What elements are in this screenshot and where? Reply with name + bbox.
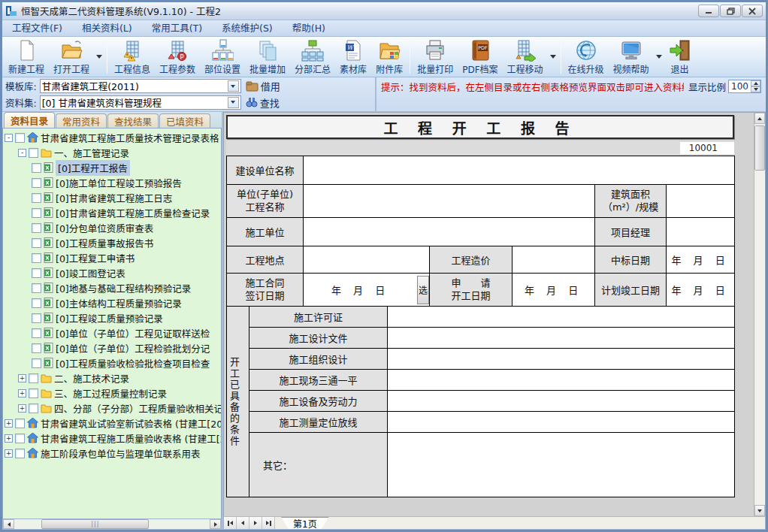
dataset-select[interactable]: [0] 甘肃省建筑资料管理规程 <box>40 95 241 110</box>
expand-icon[interactable]: + <box>18 404 26 413</box>
chevron-down-icon[interactable] <box>228 80 239 92</box>
checkbox[interactable] <box>32 193 41 203</box>
tree-item[interactable]: + 三、施工过程质量控制记录 <box>5 385 221 401</box>
collapse-icon[interactable]: - <box>5 134 13 142</box>
tree-item[interactable]: [0]工程复工申请书 <box>5 250 221 265</box>
close-button[interactable] <box>742 5 763 17</box>
condition-value-cell[interactable] <box>388 349 735 370</box>
collapse-icon[interactable]: - <box>18 149 26 157</box>
checkbox[interactable] <box>32 268 41 278</box>
menu-common-tools[interactable]: 常用工具(T) <box>142 20 212 37</box>
last-page-button[interactable] <box>262 517 275 529</box>
prev-page-button[interactable] <box>237 517 249 529</box>
online-upgrade-button[interactable]: 在线升级 <box>564 38 609 76</box>
condition-value-cell[interactable] <box>388 412 735 433</box>
checkbox[interactable] <box>15 434 25 443</box>
menu-project-file[interactable]: 工程文件(F) <box>2 20 72 37</box>
attachment-library-button[interactable]: 附件库 <box>371 38 407 76</box>
condition-value-cell[interactable] <box>388 391 735 412</box>
scroll-left-icon[interactable] <box>3 519 14 529</box>
project-info-button[interactable]: 工程信息 <box>110 38 155 76</box>
tree-item[interactable]: [0]甘肃省建筑工程施工质量检查记录 <box>5 205 221 220</box>
menu-help[interactable]: 帮助(H) <box>283 20 335 37</box>
checkbox[interactable] <box>32 283 41 293</box>
checkbox[interactable] <box>32 238 41 248</box>
open-project-dropdown-icon[interactable] <box>96 55 102 59</box>
expand-icon[interactable]: + <box>5 434 13 443</box>
date-cell[interactable]: 年 月 日 <box>667 274 735 307</box>
restore-button[interactable] <box>720 5 741 17</box>
tree-item[interactable]: [0]甘肃省建筑工程施工日志 <box>5 190 221 205</box>
checkbox[interactable] <box>32 163 41 173</box>
exit-button[interactable]: 退出 <box>664 38 696 76</box>
template-library-select[interactable]: 甘肃省建筑工程(2011) <box>40 79 241 93</box>
zoom-spinner[interactable]: 100 <box>728 80 761 93</box>
minimize-button[interactable] <box>698 5 719 17</box>
tree-item[interactable]: [0]工程竣工质量预验记录 <box>5 310 221 325</box>
tree-item[interactable]: - 一、施工管理记录 <box>5 145 221 160</box>
division-summary-button[interactable]: 分部汇总 <box>290 38 335 76</box>
tree-item[interactable]: [0]竣工图登记表 <box>5 265 221 280</box>
condition-value-cell[interactable] <box>388 328 735 349</box>
tree-item[interactable]: [0]工程质量验收检验批检查项目检查 <box>5 355 221 370</box>
field-value-cell[interactable] <box>667 185 735 218</box>
spin-down-icon[interactable] <box>751 86 760 92</box>
tree-item[interactable]: [0]主体结构工程质量预验记录 <box>5 295 221 310</box>
checkbox[interactable] <box>32 298 41 308</box>
checkbox[interactable] <box>32 253 41 263</box>
borrow-button[interactable]: 借用 <box>244 79 282 93</box>
tab-data-catalog[interactable]: 资料目录 <box>4 112 55 128</box>
spin-up-icon[interactable] <box>751 80 760 86</box>
checkbox[interactable] <box>15 133 25 143</box>
chevron-down-icon[interactable] <box>228 97 239 108</box>
checkbox[interactable] <box>32 178 41 188</box>
tree-item[interactable]: [0]单位（子单位）工程见证取样送检 <box>5 325 221 340</box>
tree-item[interactable]: [0]分包单位资质审查表 <box>5 220 221 235</box>
batch-add-button[interactable]: 批量增加 <box>245 38 290 76</box>
tree-item[interactable]: + 施工阶段承包单位与监理单位联系用表 <box>5 446 221 461</box>
tab-filled-data[interactable]: 已填资料 <box>159 113 210 128</box>
tree-item[interactable]: - 甘肃省建筑工程施工质量技术管理记录表格 ( <box>5 130 221 145</box>
tab-common-data[interactable]: 常用资料 <box>56 113 107 128</box>
new-project-button[interactable]: 新建工程 <box>4 38 49 76</box>
field-value-cell[interactable] <box>667 218 735 246</box>
tree-horizontal-scrollbar[interactable]: ||| <box>2 518 222 530</box>
checkbox[interactable] <box>32 328 41 338</box>
checkbox[interactable] <box>32 223 41 233</box>
video-help-button[interactable]: 视频帮助 <box>609 38 654 76</box>
scroll-right-icon[interactable] <box>210 519 221 529</box>
search-button[interactable]: 查找 <box>244 95 281 110</box>
next-page-button[interactable] <box>249 517 262 529</box>
open-project-button[interactable]: 打开工程 <box>49 38 94 76</box>
scroll-up-icon[interactable] <box>754 113 765 124</box>
tree-item[interactable]: [0]工程质量事故报告书 <box>5 235 221 250</box>
checkbox[interactable] <box>32 208 41 218</box>
condition-value-cell[interactable] <box>388 307 735 328</box>
checkbox[interactable] <box>29 388 38 398</box>
project-move-dropdown-icon[interactable] <box>550 55 556 59</box>
checkbox[interactable] <box>29 148 38 158</box>
date-cell[interactable]: 年 月 日 选 <box>304 274 430 307</box>
first-page-button[interactable] <box>224 517 237 529</box>
scroll-down-icon[interactable] <box>754 505 765 516</box>
menu-related-data[interactable]: 相关资料(L) <box>72 20 142 37</box>
batch-print-button[interactable]: 批量打印 <box>413 38 458 76</box>
tree-item[interactable]: + 四、分部（子分部）工程质量验收相关记 <box>5 401 221 416</box>
scrollbar-thumb[interactable] <box>754 125 765 171</box>
expand-icon[interactable]: + <box>5 449 13 458</box>
condition-value-cell[interactable] <box>388 370 735 391</box>
checkbox[interactable] <box>32 313 41 323</box>
preview-vertical-scrollbar[interactable] <box>754 113 765 516</box>
tree-item[interactable]: + 甘肃省建筑工程施工质量验收表格 (甘建工[2 <box>5 431 221 446</box>
other-value-cell[interactable] <box>388 433 735 497</box>
date-cell[interactable]: 年 月 日 <box>513 274 595 307</box>
tree-item[interactable]: + 甘肃省建筑业试验室新试验表格 (甘建工[200 <box>5 416 221 431</box>
tree-item[interactable]: [0]工程开工报告 <box>5 160 221 175</box>
field-value-cell[interactable] <box>304 218 595 246</box>
scrollbar-thumb[interactable]: ||| <box>41 519 149 529</box>
field-value-cell[interactable] <box>304 185 595 218</box>
part-settings-button[interactable]: 部位设置 <box>200 38 245 76</box>
checkbox[interactable] <box>29 404 38 413</box>
checkbox[interactable] <box>32 343 41 353</box>
sheet-tab-page1[interactable]: 第1页 <box>281 517 329 529</box>
